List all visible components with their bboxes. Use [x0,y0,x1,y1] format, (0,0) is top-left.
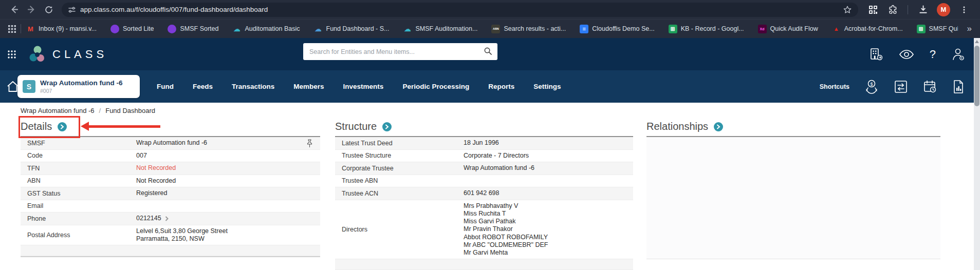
acrobat-favicon-icon: ▲ [832,25,841,33]
class-logo-icon [28,45,46,64]
breadcrumb-fund[interactable]: Wrap Automation fund -6 [21,107,95,114]
url-text[interactable]: app.class.com.au/f/cloudoffis/007/fund-d… [80,6,843,13]
bookmark-item[interactable]: ☁SMSF Auditomation... [403,25,478,33]
help-icon[interactable]: ? [930,48,936,61]
site-settings-icon[interactable] [68,6,76,14]
table-row: Email [21,200,320,213]
table-row: Postal AddressLelvel 6,Suit 3,80 George … [21,225,320,246]
nav-item-settings[interactable]: Settings [533,83,561,90]
waffle-grid-icon[interactable] [7,50,16,59]
row-value: 007 [136,150,147,162]
menu-kebab-icon[interactable] [955,3,973,16]
pin-icon[interactable] [306,139,313,148]
reload-icon[interactable] [40,3,58,16]
chevron-right-icon[interactable] [165,216,169,221]
nav-item-members[interactable]: Members [293,83,324,90]
structure-expand-icon[interactable] [382,122,392,131]
search-icon[interactable] [484,47,492,55]
class-brand[interactable]: CLASS [28,45,107,64]
breadcrumb-separator: / [99,107,101,114]
nav-item-reports[interactable]: Reports [488,83,514,90]
row-label: Trustee ACN [335,190,464,197]
user-settings-icon[interactable] [951,48,966,61]
row-value: Mrs Prabhavathy VMiss Ruchita TMiss Garv… [464,200,548,259]
table-row: DirectorsMrs Prabhavathy VMiss Ruchita T… [335,200,633,260]
table-row: Latest Trust Deed18 Jun 1996 [335,137,633,150]
fund-selector[interactable]: S Wrap Automation fund -6 #007 [17,75,140,98]
xd-favicon-icon: Xd [758,25,767,33]
row-label: Postal Address [21,232,136,239]
profile-avatar[interactable]: M [937,3,950,16]
qr-code-icon[interactable] [864,3,882,16]
scrollbar-up-arrow[interactable] [975,40,979,43]
bookmark-item[interactable]: ⊞SMSF Quick Audit P... [917,25,958,33]
fund-money-shortcut-icon[interactable]: $ [864,79,879,94]
bookmark-item[interactable]: ▲Acrobat-for-Chrom... [832,25,903,33]
docs-favicon-icon: ≡ [580,25,588,33]
bookmarks-bar: MInbox (9) - mansi.v...Sorted LiteSMSF S… [0,19,980,38]
nav-item-feeds[interactable]: Feeds [193,83,213,90]
eye-icon[interactable] [899,49,914,60]
relationships-expand-icon[interactable] [714,122,723,131]
structure-section: Structure Latest Trust Deed18 Jun 1996Tr… [335,119,633,270]
row-label: Latest Trust Deed [335,140,464,147]
table-row: Trustee StructureCorporate - 7 Directors [335,150,633,163]
period-calendar-shortcut-icon[interactable] [923,80,937,94]
row-value: Not Recorded [136,175,176,187]
row-label: Trustee Structure [335,152,464,159]
fund-code: #007 [40,88,122,94]
forward-icon[interactable] [23,3,40,16]
svg-text:$: $ [870,81,873,86]
bookmark-item[interactable]: ☁Fund Dashboard - S... [314,25,390,33]
row-label: Code [21,152,136,159]
downloads-icon[interactable] [914,3,932,16]
row-label: SMSF [21,140,136,147]
bookmark-item[interactable]: MInbox (9) - mansi.v... [26,25,97,33]
nav-item-investments[interactable]: Investments [343,83,384,90]
blue-favicon-icon: ☁ [314,25,323,33]
bookmark-star-icon[interactable] [843,5,852,14]
bookmark-label: KB - Record - Googl... [681,25,744,32]
shortcuts-cluster: Shortcuts $ [820,70,965,103]
business-switch-icon[interactable] [869,48,883,61]
bookmarks-overflow-icon[interactable]: » [967,24,972,34]
bookmark-label: SMSF Sorted [180,25,218,32]
relationships-section: Relationships [646,119,940,259]
search-input[interactable] [303,43,497,60]
bookmark-label: Inbox (9) - mansi.v... [39,25,97,32]
teal-favicon-icon: ☁ [403,25,412,33]
bookmark-item[interactable]: ☁Auditomation Basic [233,25,300,33]
sheets-favicon-icon: ⊞ [669,25,677,33]
transaction-shortcut-icon[interactable] [894,80,908,94]
bookmark-item[interactable]: XdQuick Audit Flow [758,25,818,33]
bookmark-label: SMSF Quick Audit P... [929,25,958,32]
bookmark-item[interactable]: ⊞KB - Record - Googl... [669,25,744,33]
extensions-icon[interactable] [884,3,901,16]
row-label: Email [21,202,136,209]
row-label: GST Status [21,190,136,197]
fund-badge: S [23,80,35,93]
table-row: TFNNot Recorded [21,162,320,175]
abn-favicon-icon: ABN [491,25,500,33]
nav-item-periodic-processing[interactable]: Periodic Processing [402,83,469,90]
nav-item-transactions[interactable]: Transactions [232,83,274,90]
scrollbar-thumb[interactable] [974,46,979,106]
nav-item-fund[interactable]: Fund [157,83,174,90]
bookmark-item[interactable]: Sorted Lite [110,25,154,33]
bookmark-item[interactable]: ABNSearch results - acti... [491,25,566,33]
row-value: Corporate - 7 Directors [464,150,529,162]
bookmark-label: Search results - acti... [504,25,566,32]
brand-name: CLASS [52,48,107,61]
back-icon[interactable] [5,3,23,16]
row-value: 18 Jun 1996 [464,137,499,149]
apps-grid-icon[interactable] [5,22,19,35]
bookmark-item[interactable]: SMSF Sorted [168,25,218,33]
bookmark-item[interactable]: ≡Cloudoffis Demo Se... [580,25,654,33]
bookmark-label: Sorted Lite [123,25,154,32]
url-bar[interactable]: app.class.com.au/f/cloudoffis/007/fund-d… [62,3,858,17]
report-shortcut-icon[interactable] [952,80,965,94]
row-label: Corporate Trustee [335,165,464,172]
row-label: TFN [21,165,136,172]
table-row: Phone0212145 [21,213,320,225]
breadcrumb-page[interactable]: Fund Dashboard [105,107,155,114]
